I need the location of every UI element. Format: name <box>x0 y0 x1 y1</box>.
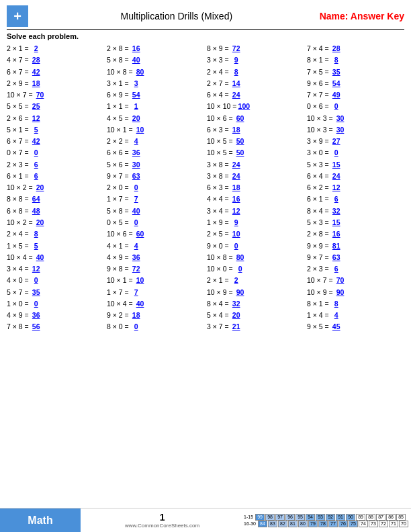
problem-item: 2 × 3 =6 <box>7 159 104 170</box>
score-cell: 94 <box>306 514 315 521</box>
problem-answer: 8 <box>330 298 342 309</box>
problem-equation: 9 × 2 = <box>107 310 129 320</box>
problem-answer: 12 <box>230 206 242 216</box>
problem-equation: 4 × 5 = <box>107 113 129 124</box>
problem-item: 3 × 1 =3 <box>107 78 204 89</box>
problem-item: 10 × 8 =80 <box>207 252 304 263</box>
problem-item: 8 × 4 =32 <box>307 206 404 216</box>
problem-item: 6 × 1 =6 <box>307 193 404 204</box>
problem-item: 7 × 5 =35 <box>307 66 404 77</box>
problem-equation: 6 × 1 = <box>7 171 29 181</box>
problem-item: 9 × 0 =0 <box>207 240 304 251</box>
problem-item: 6 × 4 =24 <box>307 171 404 181</box>
problem-item: 1 × 5 =5 <box>7 240 104 251</box>
score-cell: 77 <box>328 521 338 527</box>
problem-answer: 6 <box>30 171 42 181</box>
problem-item: 2 × 1 =2 <box>7 43 104 54</box>
problem-item: 6 × 6 =36 <box>107 147 204 158</box>
problem-item: 10 × 3 =30 <box>307 124 404 135</box>
problem-equation: 2 × 8 = <box>107 43 129 54</box>
problem-item: 5 × 7 =35 <box>7 287 104 298</box>
score-cell: 85 <box>396 514 406 521</box>
problem-equation: 6 × 7 = <box>7 136 29 146</box>
score-cell: 73 <box>369 521 378 527</box>
problem-equation: 6 × 4 = <box>207 89 229 100</box>
answer-key-label: Answer Key <box>351 11 404 21</box>
problem-equation: 5 × 3 = <box>307 159 329 170</box>
score-range-label: 16-30 <box>244 521 256 526</box>
problem-item: 3 × 9 =27 <box>307 136 404 146</box>
problem-answer: 4 <box>130 240 142 251</box>
footer-math-label: Math <box>0 508 81 532</box>
problem-item: 2 × 9 =18 <box>7 78 104 89</box>
problem-item: 9 × 7 =63 <box>107 171 204 181</box>
problem-answer: 7 <box>130 287 142 298</box>
problem-equation: 10 × 0 = <box>207 263 233 274</box>
problem-equation: 2 × 2 = <box>107 136 129 146</box>
problem-equation: 4 × 1 = <box>107 240 129 251</box>
problem-item: 10 × 3 =30 <box>307 113 404 124</box>
problem-item: 10 × 1 =10 <box>107 275 204 285</box>
problem-answer: 18 <box>230 182 242 193</box>
score-cell: 95 <box>295 514 305 521</box>
page: + Multiplication Drills (Mixed) Name: An… <box>0 0 411 532</box>
problem-item: 6 × 7 =42 <box>7 136 104 146</box>
problem-item: 6 × 7 =42 <box>7 66 104 77</box>
problem-equation: 9 × 6 = <box>307 78 329 89</box>
problem-equation: 3 × 8 = <box>207 171 229 181</box>
problem-answer: 54 <box>330 78 342 89</box>
problem-equation: 1 × 5 = <box>7 240 29 251</box>
problem-item: 1 × 4 =4 <box>307 310 404 320</box>
problem-item: 6 × 3 =18 <box>207 124 304 135</box>
problem-equation: 8 × 1 = <box>307 54 329 65</box>
problem-answer: 63 <box>130 171 142 181</box>
score-cell: 90 <box>346 514 355 521</box>
problem-answer: 6 <box>330 263 342 274</box>
problem-item: 7 × 8 =56 <box>7 321 104 332</box>
problem-equation: 6 × 3 = <box>207 182 229 193</box>
score-cell: 92 <box>326 514 335 521</box>
problem-item: 6 × 8 =48 <box>7 206 104 216</box>
problem-equation: 10 × 2 = <box>7 182 33 193</box>
problem-item: 3 × 7 =21 <box>207 321 304 332</box>
problem-item: 2 × 4 =8 <box>7 228 104 239</box>
problem-equation: 3 × 4 = <box>7 263 29 274</box>
problem-equation: 8 × 0 = <box>107 321 129 332</box>
problem-answer: 24 <box>230 159 242 170</box>
problem-item: 1 × 7 =7 <box>107 193 204 204</box>
problem-item: 5 × 1 =5 <box>7 124 104 135</box>
problem-answer: 49 <box>330 89 342 100</box>
problem-equation: 2 × 0 = <box>107 182 129 193</box>
problem-equation: 4 × 9 = <box>7 310 29 320</box>
problem-answer: 90 <box>334 287 347 298</box>
footer-url: www.CommonCoreSheets.com <box>125 523 199 529</box>
score-cell: 71 <box>389 521 398 527</box>
problem-equation: 1 × 7 = <box>107 287 129 298</box>
problem-equation: 2 × 1 = <box>207 275 229 285</box>
problem-equation: 8 × 9 = <box>207 43 229 54</box>
score-cell: 98 <box>265 514 275 521</box>
problem-answer: 50 <box>234 147 246 158</box>
problem-equation: 10 × 4 = <box>107 298 133 309</box>
problem-equation: 7 × 7 = <box>307 89 329 100</box>
problem-item: 10 × 8 =80 <box>107 66 204 77</box>
problem-answer: 81 <box>330 240 342 251</box>
logo-plus-icon: + <box>13 9 21 24</box>
footer-scores: 1-1599989796959493929190898887868516-308… <box>244 508 411 532</box>
problem-item: 5 × 4 =20 <box>207 310 304 320</box>
problem-item: 10 × 9 =90 <box>207 287 304 298</box>
problem-answer: 30 <box>334 124 347 135</box>
problem-answer: 12 <box>330 182 342 193</box>
problem-equation: 3 × 1 = <box>107 78 129 89</box>
problem-equation: 7 × 5 = <box>307 66 329 77</box>
problem-answer: 64 <box>30 193 42 204</box>
problem-item: 5 × 8 =40 <box>107 206 204 216</box>
problem-equation: 2 × 6 = <box>7 113 29 124</box>
problem-answer: 7 <box>130 193 142 204</box>
problem-equation: 10 × 3 = <box>307 113 333 124</box>
problem-item: 3 × 4 =12 <box>7 263 104 274</box>
problem-answer: 0 <box>330 147 342 158</box>
problem-answer: 14 <box>230 78 242 89</box>
problem-item: 2 × 8 =16 <box>307 228 404 239</box>
problem-answer: 5 <box>30 240 42 251</box>
